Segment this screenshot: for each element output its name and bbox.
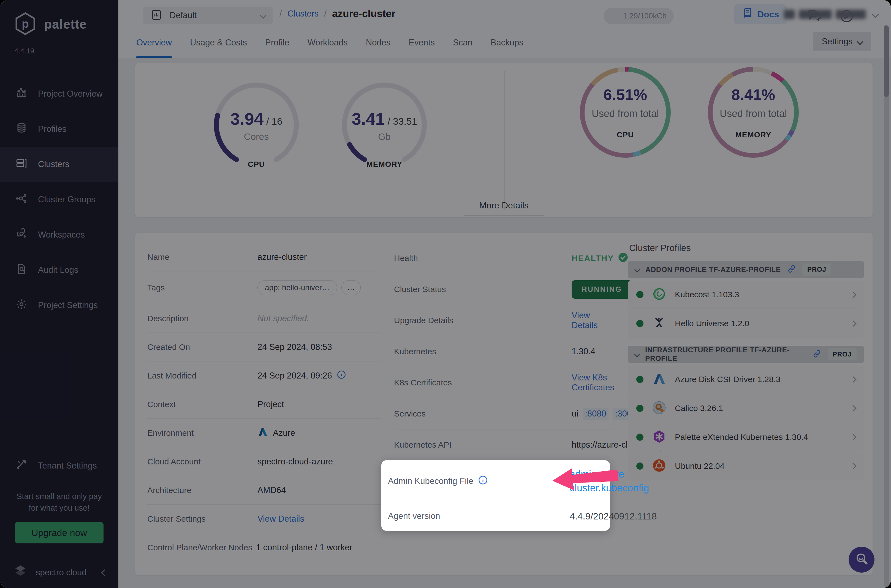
agent-version-value: 4.4.9/20240912.1118 (570, 511, 657, 522)
app-window: p palette 4.4.19 Project Overview Profil… (0, 0, 891, 588)
row-label: Agent version (388, 511, 440, 521)
row-label: Admin Kubeconfig File (388, 476, 473, 486)
row-agent-version: Agent version 4.4.9/20240912.1118 (388, 502, 602, 530)
info-icon[interactable] (478, 475, 488, 488)
annotation-arrow-icon (550, 462, 621, 495)
